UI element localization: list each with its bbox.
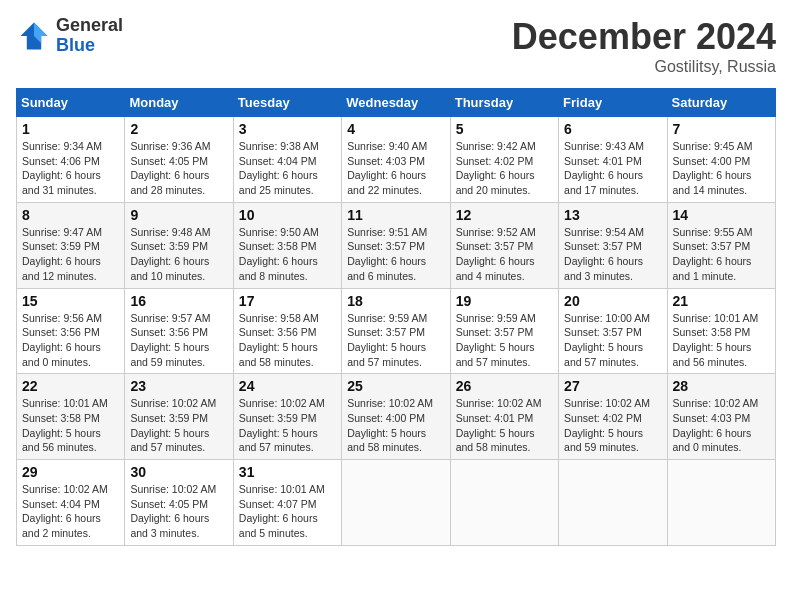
calendar-cell: 20 Sunrise: 10:00 AMSunset: 3:57 PMDayli… <box>559 288 667 374</box>
day-number: 1 <box>22 121 119 137</box>
day-number: 5 <box>456 121 553 137</box>
location: Gostilitsy, Russia <box>512 58 776 76</box>
day-number: 6 <box>564 121 661 137</box>
day-info: Sunrise: 9:57 AMSunset: 3:56 PMDaylight:… <box>130 311 227 370</box>
day-info: Sunrise: 10:02 AMSunset: 4:02 PMDaylight… <box>564 396 661 455</box>
day-info: Sunrise: 10:01 AMSunset: 4:07 PMDaylight… <box>239 482 336 541</box>
logo-general: General <box>56 16 123 36</box>
calendar-week-row: 15 Sunrise: 9:56 AMSunset: 3:56 PMDaylig… <box>17 288 776 374</box>
column-header-tuesday: Tuesday <box>233 89 341 117</box>
day-number: 20 <box>564 293 661 309</box>
title-block: December 2024 Gostilitsy, Russia <box>512 16 776 76</box>
day-info: Sunrise: 10:01 AMSunset: 3:58 PMDaylight… <box>22 396 119 455</box>
calendar-header-row: SundayMondayTuesdayWednesdayThursdayFrid… <box>17 89 776 117</box>
column-header-monday: Monday <box>125 89 233 117</box>
day-info: Sunrise: 10:02 AMSunset: 4:05 PMDaylight… <box>130 482 227 541</box>
day-number: 21 <box>673 293 770 309</box>
calendar-week-row: 22 Sunrise: 10:01 AMSunset: 3:58 PMDayli… <box>17 374 776 460</box>
day-number: 25 <box>347 378 444 394</box>
calendar-cell: 26 Sunrise: 10:02 AMSunset: 4:01 PMDayli… <box>450 374 558 460</box>
day-info: Sunrise: 10:02 AMSunset: 4:01 PMDaylight… <box>456 396 553 455</box>
calendar-cell <box>559 460 667 546</box>
calendar-cell: 29 Sunrise: 10:02 AMSunset: 4:04 PMDayli… <box>17 460 125 546</box>
day-info: Sunrise: 10:02 AMSunset: 4:04 PMDaylight… <box>22 482 119 541</box>
day-number: 31 <box>239 464 336 480</box>
day-info: Sunrise: 9:55 AMSunset: 3:57 PMDaylight:… <box>673 225 770 284</box>
calendar-cell: 6 Sunrise: 9:43 AMSunset: 4:01 PMDayligh… <box>559 117 667 203</box>
day-number: 9 <box>130 207 227 223</box>
calendar-cell <box>450 460 558 546</box>
calendar-cell: 10 Sunrise: 9:50 AMSunset: 3:58 PMDaylig… <box>233 202 341 288</box>
calendar-cell: 18 Sunrise: 9:59 AMSunset: 3:57 PMDaylig… <box>342 288 450 374</box>
day-number: 10 <box>239 207 336 223</box>
calendar-cell: 28 Sunrise: 10:02 AMSunset: 4:03 PMDayli… <box>667 374 775 460</box>
day-info: Sunrise: 9:34 AMSunset: 4:06 PMDaylight:… <box>22 139 119 198</box>
day-info: Sunrise: 9:52 AMSunset: 3:57 PMDaylight:… <box>456 225 553 284</box>
calendar-cell: 14 Sunrise: 9:55 AMSunset: 3:57 PMDaylig… <box>667 202 775 288</box>
calendar-cell: 3 Sunrise: 9:38 AMSunset: 4:04 PMDayligh… <box>233 117 341 203</box>
calendar-cell: 30 Sunrise: 10:02 AMSunset: 4:05 PMDayli… <box>125 460 233 546</box>
day-info: Sunrise: 9:54 AMSunset: 3:57 PMDaylight:… <box>564 225 661 284</box>
day-number: 8 <box>22 207 119 223</box>
day-info: Sunrise: 9:58 AMSunset: 3:56 PMDaylight:… <box>239 311 336 370</box>
calendar-cell: 1 Sunrise: 9:34 AMSunset: 4:06 PMDayligh… <box>17 117 125 203</box>
day-number: 29 <box>22 464 119 480</box>
day-info: Sunrise: 10:02 AMSunset: 4:03 PMDaylight… <box>673 396 770 455</box>
day-number: 23 <box>130 378 227 394</box>
column-header-sunday: Sunday <box>17 89 125 117</box>
calendar-cell: 12 Sunrise: 9:52 AMSunset: 3:57 PMDaylig… <box>450 202 558 288</box>
day-info: Sunrise: 9:56 AMSunset: 3:56 PMDaylight:… <box>22 311 119 370</box>
day-number: 11 <box>347 207 444 223</box>
column-header-saturday: Saturday <box>667 89 775 117</box>
day-info: Sunrise: 10:01 AMSunset: 3:58 PMDaylight… <box>673 311 770 370</box>
calendar-cell: 4 Sunrise: 9:40 AMSunset: 4:03 PMDayligh… <box>342 117 450 203</box>
day-info: Sunrise: 9:47 AMSunset: 3:59 PMDaylight:… <box>22 225 119 284</box>
calendar-cell <box>342 460 450 546</box>
day-number: 4 <box>347 121 444 137</box>
day-number: 2 <box>130 121 227 137</box>
calendar-cell: 23 Sunrise: 10:02 AMSunset: 3:59 PMDayli… <box>125 374 233 460</box>
logo-icon <box>16 18 52 54</box>
logo: General Blue <box>16 16 123 56</box>
calendar-cell: 27 Sunrise: 10:02 AMSunset: 4:02 PMDayli… <box>559 374 667 460</box>
day-number: 12 <box>456 207 553 223</box>
day-info: Sunrise: 9:48 AMSunset: 3:59 PMDaylight:… <box>130 225 227 284</box>
calendar-cell: 25 Sunrise: 10:02 AMSunset: 4:00 PMDayli… <box>342 374 450 460</box>
calendar-cell: 16 Sunrise: 9:57 AMSunset: 3:56 PMDaylig… <box>125 288 233 374</box>
logo-text: General Blue <box>56 16 123 56</box>
day-number: 30 <box>130 464 227 480</box>
column-header-wednesday: Wednesday <box>342 89 450 117</box>
day-info: Sunrise: 9:40 AMSunset: 4:03 PMDaylight:… <box>347 139 444 198</box>
calendar-cell: 31 Sunrise: 10:01 AMSunset: 4:07 PMDayli… <box>233 460 341 546</box>
logo-blue: Blue <box>56 36 123 56</box>
day-number: 15 <box>22 293 119 309</box>
day-number: 26 <box>456 378 553 394</box>
day-number: 27 <box>564 378 661 394</box>
day-info: Sunrise: 10:00 AMSunset: 3:57 PMDaylight… <box>564 311 661 370</box>
day-number: 7 <box>673 121 770 137</box>
calendar-cell <box>667 460 775 546</box>
day-info: Sunrise: 9:45 AMSunset: 4:00 PMDaylight:… <box>673 139 770 198</box>
calendar-cell: 11 Sunrise: 9:51 AMSunset: 3:57 PMDaylig… <box>342 202 450 288</box>
day-number: 3 <box>239 121 336 137</box>
day-info: Sunrise: 9:50 AMSunset: 3:58 PMDaylight:… <box>239 225 336 284</box>
calendar-cell: 19 Sunrise: 9:59 AMSunset: 3:57 PMDaylig… <box>450 288 558 374</box>
calendar-cell: 22 Sunrise: 10:01 AMSunset: 3:58 PMDayli… <box>17 374 125 460</box>
day-number: 22 <box>22 378 119 394</box>
calendar-cell: 7 Sunrise: 9:45 AMSunset: 4:00 PMDayligh… <box>667 117 775 203</box>
day-info: Sunrise: 9:38 AMSunset: 4:04 PMDaylight:… <box>239 139 336 198</box>
calendar-week-row: 1 Sunrise: 9:34 AMSunset: 4:06 PMDayligh… <box>17 117 776 203</box>
day-info: Sunrise: 10:02 AMSunset: 3:59 PMDaylight… <box>130 396 227 455</box>
day-info: Sunrise: 9:36 AMSunset: 4:05 PMDaylight:… <box>130 139 227 198</box>
day-info: Sunrise: 9:59 AMSunset: 3:57 PMDaylight:… <box>347 311 444 370</box>
calendar-cell: 17 Sunrise: 9:58 AMSunset: 3:56 PMDaylig… <box>233 288 341 374</box>
column-header-friday: Friday <box>559 89 667 117</box>
day-number: 13 <box>564 207 661 223</box>
day-info: Sunrise: 9:51 AMSunset: 3:57 PMDaylight:… <box>347 225 444 284</box>
day-info: Sunrise: 9:43 AMSunset: 4:01 PMDaylight:… <box>564 139 661 198</box>
column-header-thursday: Thursday <box>450 89 558 117</box>
day-info: Sunrise: 9:59 AMSunset: 3:57 PMDaylight:… <box>456 311 553 370</box>
calendar-table: SundayMondayTuesdayWednesdayThursdayFrid… <box>16 88 776 546</box>
calendar-cell: 5 Sunrise: 9:42 AMSunset: 4:02 PMDayligh… <box>450 117 558 203</box>
calendar-cell: 15 Sunrise: 9:56 AMSunset: 3:56 PMDaylig… <box>17 288 125 374</box>
